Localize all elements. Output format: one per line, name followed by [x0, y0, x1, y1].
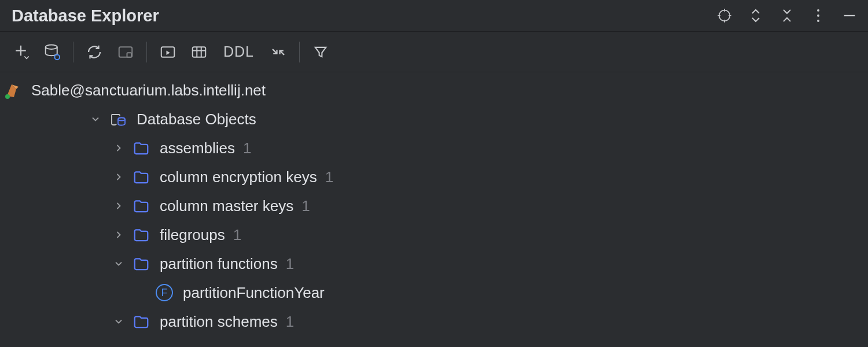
folder-icon: [131, 138, 152, 158]
ddl-button[interactable]: DDL: [220, 43, 258, 60]
collapse-all-icon[interactable]: [779, 8, 795, 24]
tree-node-assemblies[interactable]: assemblies 1: [0, 134, 868, 163]
folder-icon: [131, 167, 152, 187]
node-label: column master keys: [160, 197, 293, 215]
folder-icon: [131, 311, 152, 332]
node-label: filegroups: [160, 226, 225, 244]
node-count: 1: [233, 226, 241, 244]
chevron-down-icon[interactable]: [110, 313, 127, 330]
node-label: column encryption keys: [160, 168, 317, 186]
tree-node-column-master-keys[interactable]: column master keys 1: [0, 191, 868, 220]
jump-to-query-console-button[interactable]: [157, 42, 178, 62]
toolbar: DDL: [0, 32, 868, 72]
svg-point-6: [817, 14, 819, 17]
node-label: partition functions: [160, 255, 278, 273]
expand-collapse-icon[interactable]: [748, 8, 764, 24]
tree-node-partition-schemes[interactable]: partition schemes 1: [0, 307, 868, 336]
table-view-button[interactable]: [189, 42, 209, 62]
chevron-down-icon[interactable]: [110, 255, 127, 272]
toolbar-divider: [146, 42, 147, 62]
tree-node-column-encryption-keys[interactable]: column encryption keys 1: [0, 163, 868, 191]
function-icon: F: [154, 282, 175, 303]
database-objects-label: Database Objects: [137, 110, 256, 128]
toolbar-divider: [299, 42, 300, 62]
svg-point-0: [719, 10, 730, 21]
database-tree: Sable@sanctuarium.labs.intellij.net Data…: [0, 72, 868, 336]
datasource-node[interactable]: Sable@sanctuarium.labs.intellij.net: [0, 76, 868, 105]
tree-leaf-partition-function-year[interactable]: F partitionFunctionYear: [0, 278, 868, 307]
chevron-down-icon[interactable]: [87, 110, 104, 128]
title-actions: [716, 8, 858, 24]
chevron-right-icon[interactable]: [110, 139, 127, 157]
more-icon[interactable]: [810, 8, 826, 24]
refresh-button[interactable]: [84, 42, 105, 62]
chevron-right-icon[interactable]: [110, 168, 127, 186]
node-count: 1: [325, 168, 333, 186]
tree-node-partition-functions[interactable]: partition functions 1: [0, 249, 868, 278]
svg-point-21: [5, 94, 10, 99]
datasource-icon: [2, 80, 23, 101]
chevron-right-icon[interactable]: [110, 226, 127, 243]
node-count: 1: [301, 197, 310, 215]
svg-point-5: [817, 9, 819, 12]
node-label: assemblies: [160, 139, 235, 157]
collapse-tree-button[interactable]: [268, 42, 289, 62]
folder-icon: [131, 195, 152, 216]
datasource-properties-button[interactable]: [42, 42, 62, 62]
svg-rect-17: [193, 47, 206, 57]
add-button[interactable]: [10, 42, 31, 62]
svg-point-11: [46, 45, 57, 49]
node-count: 1: [243, 139, 251, 157]
node-count: 1: [286, 313, 294, 331]
node-label: partition schemes: [160, 313, 278, 331]
toolbar-divider: [73, 42, 73, 62]
chevron-right-icon[interactable]: [110, 197, 127, 215]
svg-point-7: [817, 20, 819, 22]
folder-icon: [131, 253, 152, 274]
folder-icon: [131, 224, 152, 245]
titlebar: Database Explorer: [0, 0, 868, 32]
filter-button[interactable]: [310, 42, 331, 62]
svg-point-12: [54, 54, 60, 60]
stop-button[interactable]: [115, 42, 136, 62]
datasource-label: Sable@sanctuarium.labs.intellij.net: [31, 82, 266, 99]
svg-point-22: [118, 118, 125, 121]
svg-rect-14: [127, 53, 132, 57]
database-objects-icon: [108, 109, 128, 130]
node-count: 1: [286, 255, 294, 273]
node-label: partitionFunctionYear: [183, 284, 325, 302]
target-icon[interactable]: [716, 8, 733, 24]
svg-marker-16: [167, 50, 170, 55]
panel-title: Database Explorer: [12, 6, 159, 25]
database-objects-node[interactable]: Database Objects: [0, 105, 868, 134]
tree-node-filegroups[interactable]: filegroups 1: [0, 220, 868, 249]
minimize-icon[interactable]: [841, 8, 858, 24]
